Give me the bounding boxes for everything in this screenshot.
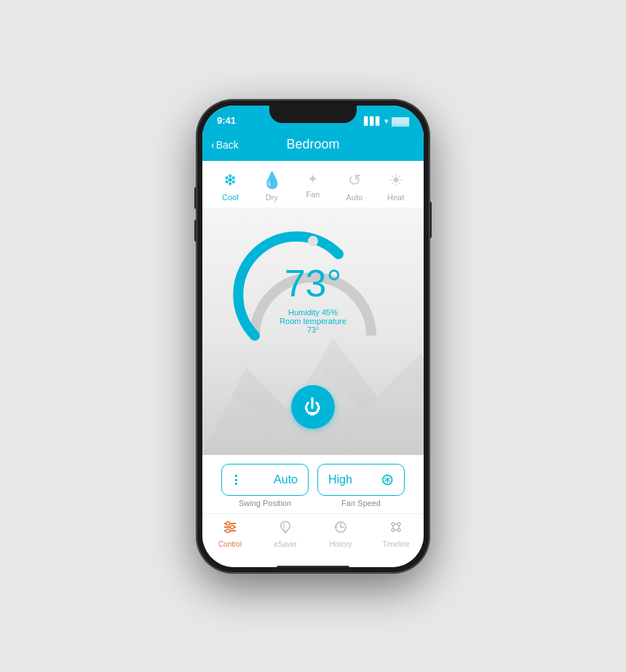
mode-cool[interactable]: ❄ Cool [214, 171, 246, 202]
nav-history[interactable]: History [322, 520, 359, 548]
swing-below-label: Swing Position [239, 499, 291, 507]
svg-point-14 [392, 529, 395, 531]
humidity-display: Humidity 45% [280, 308, 346, 317]
status-icons: ▋▋▋ ▾ ▓▓▓ [364, 116, 409, 126]
mode-heat-label: Heat [387, 193, 404, 202]
svg-point-7 [231, 525, 234, 529]
bottom-nav: Control eSaver [202, 513, 424, 560]
svg-point-15 [397, 529, 400, 531]
dry-icon: 💧 [262, 171, 282, 190]
volume-up-button[interactable] [194, 187, 197, 209]
swing-label: Auto [274, 473, 298, 486]
phone-screen: 9:41 ▋▋▋ ▾ ▓▓▓ ‹ Back Bedroom ❄ Cool 💧 D [202, 106, 424, 567]
swing-control[interactable]: ⫶ Auto [221, 464, 309, 496]
back-label: Back [216, 139, 239, 151]
mode-cool-label: Cool [222, 193, 239, 202]
home-bar [277, 566, 349, 567]
page-header: ‹ Back Bedroom [202, 129, 424, 161]
svg-point-13 [397, 523, 400, 526]
mode-dry[interactable]: 💧 Dry [255, 171, 288, 202]
fan-below-label: Fan Speed [341, 499, 381, 507]
nav-history-label: History [329, 540, 352, 548]
history-nav-icon [333, 520, 348, 538]
chevron-left-icon: ‹ [211, 139, 215, 151]
fan-label: High [328, 473, 352, 486]
swing-icon: ⫶ [232, 470, 240, 489]
mode-dry-label: Dry [266, 193, 278, 202]
power-button[interactable]: ⏻ [291, 385, 335, 429]
battery-icon: ▓▓▓ [392, 116, 409, 125]
temperature-display: 73° [280, 264, 346, 302]
timeline-nav-icon [389, 520, 403, 538]
swing-control-wrapper: ⫶ Auto Swing Position [221, 464, 309, 507]
mode-auto-label: Auto [346, 193, 362, 202]
cool-icon: ❄ [223, 171, 237, 190]
nav-esaver[interactable]: eSaver [267, 520, 304, 548]
mode-auto[interactable]: ↺ Auto [338, 171, 371, 202]
controls-section: ⫶ Auto Swing Position High ⊛ Fan Speed [202, 455, 424, 513]
room-temp-label: Room temperature [280, 317, 346, 325]
volume-down-button[interactable] [194, 220, 197, 242]
nav-control[interactable]: Control [212, 520, 248, 548]
fan-speed-icon: ⊛ [381, 470, 394, 489]
fan-control[interactable]: High ⊛ [317, 464, 405, 496]
main-content: 73° Humidity 45% Room temperature 73° ⏻ [202, 207, 424, 455]
auto-icon: ↺ [348, 171, 361, 190]
fan-mode-icon: ✦ [307, 171, 318, 187]
heat-icon: ☀ [389, 171, 403, 190]
nav-timeline[interactable]: Timeline [378, 520, 414, 548]
signal-icon: ▋▋▋ [364, 116, 381, 126]
svg-point-12 [392, 523, 395, 526]
power-icon: ⏻ [304, 397, 322, 417]
status-time: 9:41 [217, 115, 236, 126]
notch [269, 106, 357, 123]
home-indicator [202, 560, 424, 567]
mode-heat[interactable]: ☀ Heat [380, 171, 412, 202]
page-title: Bedroom [286, 137, 339, 152]
phone-frame: 9:41 ▋▋▋ ▾ ▓▓▓ ‹ Back Bedroom ❄ Cool 💧 D [197, 100, 429, 573]
nav-esaver-label: eSaver [274, 540, 297, 548]
svg-point-8 [226, 529, 230, 532]
mode-fan[interactable]: ✦ Fan [297, 171, 329, 202]
svg-point-2 [308, 236, 318, 246]
room-temp-value: 73° [280, 325, 346, 334]
nav-timeline-label: Timeline [382, 540, 409, 548]
fan-control-wrapper: High ⊛ Fan Speed [317, 464, 405, 507]
esaver-nav-icon [278, 520, 293, 538]
back-button[interactable]: ‹ Back [211, 139, 239, 151]
thermostat-dial[interactable]: 73° Humidity 45% Room temperature 73° [233, 219, 393, 379]
mode-selector: ❄ Cool 💧 Dry ✦ Fan ↺ Auto ☀ Heat [202, 161, 424, 207]
control-nav-icon [223, 520, 237, 538]
thermostat-center: 73° Humidity 45% Room temperature 73° [280, 264, 346, 334]
nav-control-label: Control [218, 540, 242, 548]
mode-fan-label: Fan [306, 190, 320, 199]
svg-point-6 [226, 521, 230, 525]
wifi-icon: ▾ [384, 116, 389, 126]
power-side-button[interactable] [429, 202, 432, 238]
